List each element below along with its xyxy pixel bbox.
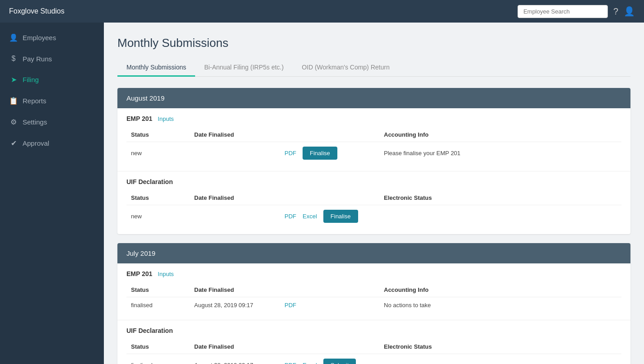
actions-emp201-aug: PDF Finalise [280, 142, 379, 165]
sidebar-item-approval[interactable]: ✔ Approval [0, 133, 104, 154]
sidebar-item-settings[interactable]: ⚙ Settings [0, 111, 104, 133]
uif-aug-title: UIF Declaration [126, 178, 173, 185]
col-header-info-emp201-jul: Accounting Info [379, 283, 621, 297]
section-august-2019: August 2019 EMP 201 Inputs Status Date F… [117, 88, 630, 234]
sidebar-item-pay-runs[interactable]: $ Pay Runs [0, 48, 104, 69]
sidebar-label-reports: Reports [23, 97, 47, 105]
finalise-button-emp201-aug[interactable]: Finalise [303, 147, 337, 160]
col-header-status-uif-jul: Status [126, 340, 190, 354]
main-content: Monthly Submissions Monthly Submissions … [104, 23, 644, 364]
status-emp201-jul: finalised [126, 297, 190, 313]
brand-name: Foxglove Studios [9, 7, 65, 15]
section-july-2019: July 2019 EMP 201 Inputs Status Date Fin… [117, 243, 630, 364]
tab-bi-annual-filing[interactable]: Bi-Annual Filing (IRP5s etc.) [195, 59, 293, 77]
settings-icon: ⚙ [9, 118, 18, 126]
date-emp201-aug [190, 142, 280, 165]
approval-icon: ✔ [9, 139, 18, 147]
table-row: finalised August 28, 2019 09:17 PDF No a… [126, 297, 621, 313]
emp201-aug-table: Status Date Finalised Accounting Info ne… [126, 128, 621, 164]
sidebar-label-settings: Settings [23, 118, 47, 126]
emp201-aug-inputs-link[interactable]: Inputs [158, 115, 173, 122]
col-header-date-uif-aug: Date Finalised [190, 191, 280, 205]
date-uif-jul: August 28, 2019 09:17 [190, 354, 280, 364]
col-header-estatus-uif-aug: Electronic Status [379, 191, 621, 205]
employee-search-input[interactable] [518, 5, 608, 18]
col-header-status-uif-aug: Status [126, 191, 190, 205]
pdf-link-emp201-aug[interactable]: PDF [285, 150, 296, 157]
col-header-status-emp201-jul: Status [126, 283, 190, 297]
excel-link-uif-jul[interactable]: Excel [303, 362, 317, 364]
electronic-status-uif-jul [379, 354, 621, 364]
excel-link-uif-aug[interactable]: Excel [303, 213, 317, 220]
user-account-icon[interactable]: 👤 [624, 6, 635, 17]
sidebar-item-employees[interactable]: 👤 Employees [0, 27, 104, 48]
sidebar-item-reports[interactable]: 📋 Reports [0, 90, 104, 111]
electronic-status-uif-aug [379, 205, 621, 228]
sidebar-label-approval: Approval [23, 139, 49, 147]
status-uif-aug: new [126, 205, 190, 228]
accounting-info-emp201-aug: Please finalise your EMP 201 [379, 142, 621, 165]
table-row: finalised August 28, 2019 09:17 PDF Exce… [126, 354, 621, 364]
emp201-jul-inputs-link[interactable]: Inputs [158, 271, 173, 277]
accounting-info-emp201-jul: No actions to take [379, 297, 621, 313]
sub-section-title-emp201-jul: EMP 201 Inputs [126, 270, 621, 277]
sidebar-item-filing[interactable]: ➤ Filing [0, 69, 104, 90]
top-nav-right: ? 👤 [518, 5, 635, 18]
tabs-bar: Monthly Submissions Bi-Annual Filing (IR… [117, 59, 630, 77]
filing-icon: ➤ [9, 75, 18, 84]
help-icon[interactable]: ? [613, 6, 618, 17]
col-header-date-uif-jul: Date Finalised [190, 340, 280, 354]
date-emp201-jul: August 28, 2019 09:17 [190, 297, 280, 313]
pdf-link-uif-aug[interactable]: PDF [285, 213, 296, 220]
uif-jul-table: Status Date Finalised Electronic Status … [126, 340, 621, 364]
sub-section-title-uif-aug: UIF Declaration [126, 178, 621, 185]
sidebar-label-employees: Employees [23, 34, 56, 41]
col-header-info-emp201-aug: Accounting Info [379, 128, 621, 142]
actions-emp201-jul: PDF [280, 297, 379, 313]
col-header-date-emp201-aug: Date Finalised [190, 128, 280, 142]
sub-section-title-emp201-aug: EMP 201 Inputs [126, 115, 621, 122]
reports-icon: 📋 [9, 97, 18, 105]
emp201-aug-title: EMP 201 [126, 115, 152, 122]
finalise-button-uif-aug[interactable]: Finalise [323, 210, 358, 223]
pdf-link-emp201-jul[interactable]: PDF [285, 302, 296, 309]
sub-section-uif-jul: UIF Declaration Status Date Finalised El… [117, 320, 630, 364]
emp201-jul-table: Status Date Finalised Accounting Info fi… [126, 283, 621, 313]
date-uif-aug [190, 205, 280, 228]
employees-icon: 👤 [9, 33, 18, 42]
tab-monthly-submissions[interactable]: Monthly Submissions [117, 59, 195, 77]
pdf-link-uif-jul[interactable]: PDF [285, 362, 296, 364]
pay-runs-icon: $ [9, 55, 18, 63]
page-title: Monthly Submissions [117, 36, 630, 50]
submit-button-uif-jul[interactable]: Submit [323, 359, 356, 364]
emp201-jul-title: EMP 201 [126, 270, 152, 277]
col-header-date-emp201-jul: Date Finalised [190, 283, 280, 297]
uif-aug-table: Status Date Finalised Electronic Status … [126, 191, 621, 227]
col-header-actions-uif-jul [280, 340, 379, 354]
sidebar: 👤 Employees $ Pay Runs ➤ Filing 📋 Report… [0, 23, 104, 364]
status-emp201-aug: new [126, 142, 190, 165]
month-header-july: July 2019 [117, 243, 630, 263]
actions-uif-aug: PDF Excel Finalise [280, 205, 379, 228]
table-row: new PDF Excel Finalise [126, 205, 621, 228]
sub-section-emp201-aug: EMP 201 Inputs Status Date Finalised Acc… [117, 108, 630, 171]
sub-section-emp201-jul: EMP 201 Inputs Status Date Finalised Acc… [117, 263, 630, 320]
col-header-actions-uif-aug [280, 191, 379, 205]
col-header-actions-emp201-aug [280, 128, 379, 142]
uif-jul-title: UIF Declaration [126, 327, 173, 334]
sidebar-label-pay-runs: Pay Runs [23, 55, 52, 63]
layout: 👤 Employees $ Pay Runs ➤ Filing 📋 Report… [0, 23, 644, 364]
col-header-estatus-uif-jul: Electronic Status [379, 340, 621, 354]
sidebar-label-filing: Filing [23, 76, 39, 83]
sub-section-title-uif-jul: UIF Declaration [126, 327, 621, 334]
col-header-actions-emp201-jul [280, 283, 379, 297]
sub-section-uif-aug: UIF Declaration Status Date Finalised El… [117, 171, 630, 234]
col-header-status-emp201-aug: Status [126, 128, 190, 142]
tab-oid-return[interactable]: OID (Workman's Comp) Return [293, 59, 399, 77]
status-uif-jul: finalised [126, 354, 190, 364]
actions-uif-jul: PDF Excel Submit [280, 354, 379, 364]
month-header-august: August 2019 [117, 88, 630, 108]
table-row: new PDF Finalise Please finalise your EM… [126, 142, 621, 165]
top-nav: Foxglove Studios ? 👤 [0, 0, 644, 23]
